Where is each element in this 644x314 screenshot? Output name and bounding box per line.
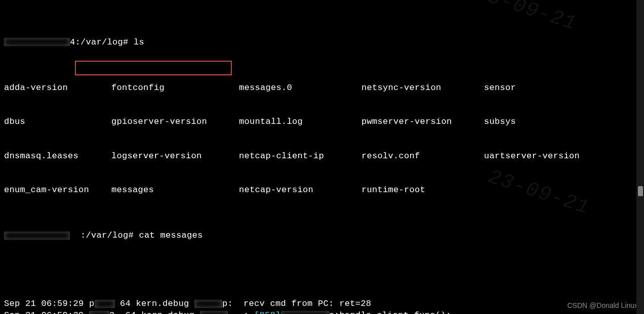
ls-output-row: dnsmasq.leaseslogserver-versionnetcap-cl… xyxy=(4,151,640,162)
highlight-box xyxy=(75,61,232,75)
ls-output-row: enum_cam-versionmessagesnetcap-versionru… xyxy=(4,185,640,196)
prompt-line-1: 4:/var/log# ls xyxy=(4,37,640,49)
ls-output-row: dbusgpioserver-versionmountall.logpwmser… xyxy=(4,116,640,128)
terminal[interactable]: 4:/var/log# ls adda-versionfontconfigmes… xyxy=(0,0,644,314)
scrollbar[interactable] xyxy=(636,0,644,314)
ls-output-row: adda-versionfontconfigmessages.0netsync-… xyxy=(4,82,640,94)
scroll-thumb[interactable] xyxy=(638,186,643,196)
prompt-line-2: :/var/log# cat messages xyxy=(4,230,640,242)
log-line: Sep 21 06:59:29 p 64 kern.debug p: recv … xyxy=(4,298,640,310)
csdn-watermark: CSDN @Donald Linux xyxy=(568,300,638,311)
log-line: Sep 21 06:59:29 3 64 kern.debug : [858]c… xyxy=(4,310,640,315)
log-output: Sep 21 06:59:29 p 64 kern.debug p: recv … xyxy=(4,298,640,314)
